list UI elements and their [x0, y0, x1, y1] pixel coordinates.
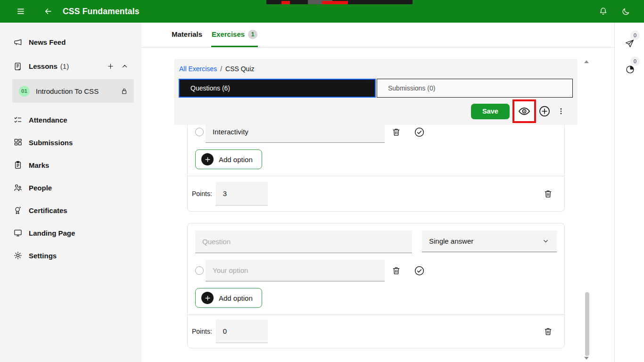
delete-option-button[interactable] — [391, 266, 401, 276]
sidebar-item-label: Certificates — [29, 206, 67, 214]
certificate-ribbon-icon — [13, 206, 23, 215]
delete-question-button[interactable] — [543, 189, 553, 199]
timer-button[interactable] — [625, 65, 635, 74]
sidebar-item-marks[interactable]: Marks — [0, 154, 141, 176]
sidebar-item-label: Landing Page — [29, 229, 75, 237]
mark-correct-button[interactable] — [414, 265, 425, 276]
option-radio[interactable] — [195, 128, 204, 136]
sidebar-item-settings[interactable]: Settings — [0, 244, 141, 267]
back-button[interactable] — [40, 3, 56, 19]
clipboard-icon — [13, 160, 23, 170]
question-card: Add option Points: — [187, 121, 565, 212]
answer-type-value: Single answer — [429, 237, 473, 245]
gear-icon — [13, 251, 23, 260]
lessons-count: (1) — [60, 62, 69, 70]
sidebar-item-label: Settings — [29, 252, 57, 260]
sidebar-item-submissions[interactable]: Submissions — [0, 131, 141, 154]
trash-icon — [543, 327, 553, 337]
people-icon — [13, 183, 23, 192]
grid-icon — [13, 138, 23, 147]
artifact-red-segment — [281, 1, 290, 4]
option-text-input[interactable] — [206, 260, 385, 281]
sidebar-item-label: Lessons — [29, 62, 58, 70]
publish-button[interactable] — [625, 39, 635, 49]
sidebar-item-news-feed[interactable]: News Feed — [0, 35, 141, 49]
mark-correct-button[interactable] — [414, 127, 425, 138]
submissions-tab-button[interactable]: Submissions (0) — [377, 79, 573, 98]
answer-type-dropdown[interactable]: Single answer — [422, 230, 557, 252]
menu-toggle-button[interactable] — [13, 3, 29, 19]
collapse-lessons-button[interactable] — [121, 63, 128, 70]
delete-option-button[interactable] — [391, 127, 401, 137]
scrollbar-up-arrow[interactable] — [584, 60, 589, 63]
more-options-button[interactable] — [557, 107, 565, 116]
check-circle-icon — [414, 127, 425, 138]
tab-label: Materials — [172, 30, 202, 38]
points-input[interactable] — [216, 182, 268, 206]
answer-option-row — [188, 260, 564, 281]
app-window: CSS Fundamentals News Feed — [0, 0, 644, 362]
add-lesson-button[interactable] — [107, 63, 114, 70]
main-content: Materials Exercises 1 All Exercises/CSS … — [141, 23, 614, 362]
sidebar-item-label: Marks — [29, 161, 49, 169]
screen-artifact — [266, 0, 413, 4]
quiz-section-switch: Questions (6) Submissions (0) — [179, 79, 573, 98]
points-label: Points: — [192, 190, 212, 197]
check-circle-icon — [414, 265, 425, 276]
tab-exercises[interactable]: Exercises 1 — [211, 23, 258, 47]
scrollbar-thumb[interactable] — [585, 292, 589, 356]
plus-icon — [107, 63, 114, 70]
points-input[interactable] — [216, 320, 268, 343]
sidebar-item-people[interactable]: People — [0, 176, 141, 199]
sidebar-item-landing-page[interactable]: Landing Page — [0, 222, 141, 244]
sidebar-item-label: Submissions — [29, 139, 73, 147]
sidebar-item-label: People — [29, 184, 52, 192]
add-option-button[interactable]: Add option — [195, 288, 262, 308]
quiz-editor-panel: All Exercises/CSS Quiz Questions (6) Sub… — [174, 59, 578, 348]
save-button[interactable]: Save — [471, 104, 510, 119]
artifact-red-segment — [322, 1, 348, 4]
sidebar-lesson-item-introduction-to-css[interactable]: 01 Introduction To CSS — [12, 79, 134, 103]
scrollbar-down-arrow[interactable] — [584, 357, 589, 360]
lesson-number-badge: 01 — [19, 86, 30, 97]
sidebar-item-label: Attendance — [29, 116, 67, 124]
sidebar-item-lessons[interactable]: Lessons (1) — [0, 59, 141, 74]
lessons-icon — [13, 62, 23, 71]
notifications-button[interactable] — [595, 3, 611, 19]
questions-list: Add option Points: — [174, 121, 578, 348]
quiz-editor-header: All Exercises/CSS Quiz Questions (6) Sub… — [174, 59, 578, 125]
chevron-up-icon — [121, 63, 128, 70]
preview-button[interactable] — [518, 105, 531, 118]
points-row: Points: — [188, 315, 564, 348]
option-radio[interactable] — [195, 266, 204, 275]
delete-question-button[interactable] — [543, 327, 553, 337]
chevron-down-icon — [542, 237, 550, 245]
attendance-icon — [13, 115, 23, 124]
question-header-row: Single answer — [188, 223, 564, 253]
breadcrumb-all-exercises-link[interactable]: All Exercises — [179, 65, 217, 73]
lesson-tabs: Materials Exercises 1 — [141, 23, 614, 48]
trash-icon — [543, 189, 553, 199]
points-row: Points: — [188, 176, 564, 211]
bell-icon — [598, 7, 608, 16]
moon-icon — [621, 7, 630, 16]
plus-icon — [201, 292, 214, 304]
sidebar-item-attendance[interactable]: Attendance — [0, 108, 141, 131]
arrow-left-icon — [43, 7, 53, 16]
right-rail: 0 0 — [614, 23, 644, 362]
dark-mode-toggle[interactable] — [618, 3, 634, 19]
questions-tab-label: Questions (6) — [190, 84, 230, 92]
questions-tab-button[interactable]: Questions (6) — [179, 79, 376, 98]
tab-materials[interactable]: Materials — [171, 23, 203, 47]
eye-icon — [518, 105, 531, 118]
add-option-button[interactable]: Add option — [195, 149, 262, 169]
question-text-input[interactable] — [195, 230, 412, 253]
preview-highlight-box — [512, 99, 536, 123]
lesson-title: Introduction To CSS — [36, 87, 99, 95]
sidebar-item-certificates[interactable]: Certificates — [0, 199, 141, 222]
breadcrumb-current: CSS Quiz — [225, 65, 254, 73]
quiz-toolbar: Save — [179, 98, 573, 125]
plus-circle-icon — [538, 105, 551, 117]
add-question-button[interactable] — [538, 105, 551, 117]
submissions-tab-label: Submissions (0) — [388, 84, 435, 92]
